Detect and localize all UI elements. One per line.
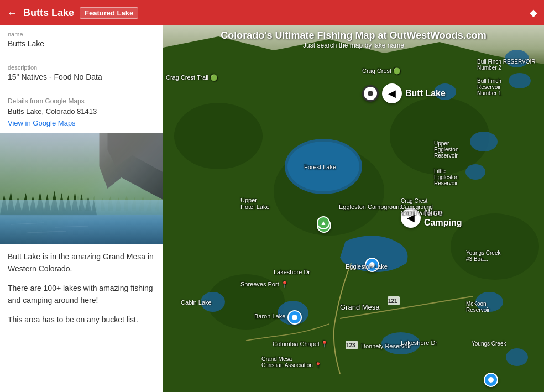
eggleston-lake-label: Eggleston Lake <box>346 263 388 270</box>
butt-lake-circle-marker[interactable] <box>362 85 379 102</box>
baron-lake-label: Baron Lake <box>254 313 285 320</box>
svg-point-32 <box>465 164 485 180</box>
map-header: Colorado's Ultimate Fishing Map at OutWe… <box>163 25 544 54</box>
google-maps-label: Details from Google Maps <box>8 97 155 105</box>
crag-crest-trail-label: Crag Crest Trail 🟢 <box>166 74 218 81</box>
svg-point-39 <box>506 348 528 366</box>
eggleston-campground-label: Eggleston Campground <box>339 203 403 210</box>
back-button[interactable]: ← <box>7 7 18 19</box>
map-title: Colorado's Ultimate Fishing Map at OutWe… <box>168 30 540 41</box>
svg-line-18 <box>11 223 44 224</box>
name-value: Butts Lake <box>8 39 155 48</box>
columbia-chapel-label: Columbia Chapel 📍 <box>273 341 328 348</box>
svg-line-20 <box>28 231 66 233</box>
description-value: 15" Natives - Food No Data <box>8 72 155 81</box>
butt-lake-label: Butt Lake <box>405 88 446 98</box>
svg-marker-5 <box>13 197 23 216</box>
upper-eggleston-label: UpperEgglestonReservoir <box>434 140 458 159</box>
description-label: description <box>8 64 155 71</box>
svg-point-31 <box>470 132 498 151</box>
pin-icon: ◆ <box>530 7 537 19</box>
map-background: 121 123 Colorado's Ultimate Fishing Map … <box>163 25 544 392</box>
divider-1 <box>0 55 163 55</box>
description-field: description 15" Natives - Food No Data <box>0 59 163 85</box>
page-title: Butts Lake <box>23 7 74 19</box>
crag-crest-label: Crag Crest 🟢 <box>362 67 401 75</box>
google-maps-address: Butts Lake, Colorado 81413 <box>8 107 155 116</box>
little-eggleston-label: LittleEgglestonReservoir <box>434 168 458 186</box>
svg-point-34 <box>509 73 531 88</box>
main-content: name Butts Lake description 15" Natives … <box>0 25 544 392</box>
svg-line-19 <box>55 226 88 227</box>
description-text: Butt Lake is in the amazing Grand Mesa i… <box>0 244 163 332</box>
divider-2 <box>0 88 163 88</box>
lakeshore-dr-label: Lakeshore Dr <box>274 269 310 275</box>
lakeshore-label2: Lakeshore Dr <box>401 339 437 346</box>
arrow-left-icon: ◀ <box>382 83 402 103</box>
butt-lake-arrow-marker[interactable]: ◀ Butt Lake <box>362 83 446 103</box>
bottom-reservoir-marker[interactable] <box>484 373 498 387</box>
google-maps-section: Details from Google Maps Butts Lake, Col… <box>0 92 163 133</box>
svg-point-23 <box>174 103 263 169</box>
baron-lake-marker[interactable] <box>287 310 302 325</box>
map-subtitle: Just search the map by lake name <box>168 41 540 49</box>
map-area[interactable]: 121 123 Colorado's Ultimate Fishing Map … <box>163 25 544 392</box>
lake-photo <box>0 133 163 244</box>
shreeves-port-label: Shreeves Port 📍 <box>240 281 289 288</box>
svg-marker-15 <box>84 196 93 216</box>
svg-rect-17 <box>0 215 163 244</box>
grand-mesa-christian-label: Grand MesaChristian Association 📍 <box>261 356 321 368</box>
cabin-lake-label: Cabin Lake <box>181 299 212 306</box>
name-field: name Butts Lake <box>0 25 163 51</box>
youngs-creek-rd-label: Youngs Creek <box>472 341 506 347</box>
upper-hotel-label: UpperHotel Lake <box>240 197 270 210</box>
sidebar: name Butts Lake description 15" Natives … <box>0 25 163 392</box>
name-label: name <box>8 31 155 38</box>
desc-paragraph-1: Butt Lake is in the amazing Grand Mesa i… <box>8 250 155 275</box>
forest-lake-label: Forest Lake <box>304 164 336 170</box>
crag-crest-camp-label: Crag CrestCampgroundGrand Valley RD <box>401 198 442 216</box>
bull-finch-1-label: Bull FinchReservoirNumber 1 <box>477 78 501 96</box>
youngs-creek-label: Youngs Creek#3 Boa... <box>466 250 500 262</box>
view-google-maps-link[interactable]: View in Google Maps <box>8 119 76 127</box>
svg-text:121: 121 <box>388 298 397 304</box>
grand-mesa-label: Grand Mesa <box>340 303 380 311</box>
svg-point-26 <box>451 213 539 280</box>
bull-finch-2-label: Bull Finch RESERVOIRNumber 2 <box>477 59 535 71</box>
mckoon-res-label: McKoonReservoir <box>466 301 490 313</box>
eggleston-green-pin[interactable]: ▲ <box>317 216 330 229</box>
desc-paragraph-3: This area has to be on any bucket list. <box>8 313 155 326</box>
svg-marker-16 <box>91 200 97 216</box>
svg-text:123: 123 <box>346 342 355 348</box>
header-bar: ← Butts Lake Featured Lake ◆ <box>0 0 544 25</box>
desc-paragraph-2: There are 100+ lakes with amazing fishin… <box>8 282 155 307</box>
featured-badge: Featured Lake <box>80 7 138 19</box>
